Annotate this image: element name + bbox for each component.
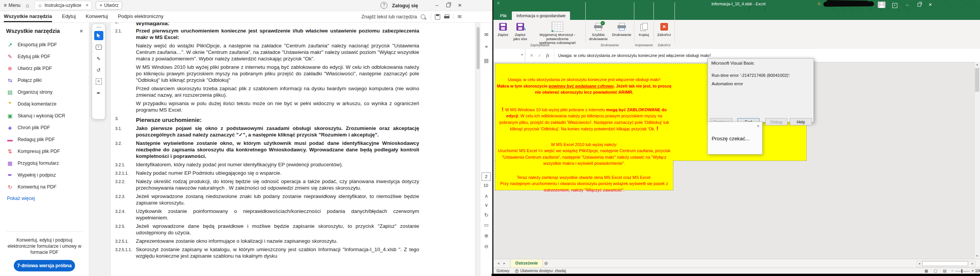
generate-workbook-button[interactable]: ◄ Wygeneruj skoroszyt - potwierdzenie sp…: [530, 21, 585, 46]
pdf-tool-item[interactable]: ✒ Wypełnij i podpisz: [0, 169, 89, 181]
zoom-level-label[interactable]: 100%: [975, 269, 980, 273]
pdf-tool-item[interactable]: ◈ Chroń plik PDF: [0, 122, 89, 133]
zoom-out-button[interactable]: −: [951, 269, 954, 273]
toolbar-tab[interactable]: Konwertuj: [86, 11, 108, 22]
help-icon[interactable]: ?: [381, 2, 387, 9]
excel-minimize-button[interactable]: –: [902, 0, 913, 9]
print-icon[interactable]: [444, 15, 449, 19]
add-comment-tool-button[interactable]: +: [94, 42, 103, 52]
show-more-link[interactable]: Pokaż więcej: [0, 193, 89, 201]
scroll-left-icon[interactable]: ◂: [917, 261, 922, 266]
help-button[interactable]: Help: [790, 118, 812, 125]
enter-icon[interactable]: ✓: [538, 53, 541, 58]
minimize-button[interactable]: –: [431, 0, 443, 10]
draw-tool-button[interactable]: ↺: [94, 65, 103, 75]
save-button[interactable]: Zapisz: [495, 21, 511, 46]
share-panel-icon[interactable]: ✉: [480, 32, 492, 37]
pencil-tool-button[interactable]: ✎: [94, 54, 103, 63]
menu-button[interactable]: ≡ Menu: [4, 3, 21, 8]
tab-informacja-o-gospodarstwie[interactable]: Informacja o gospodarstwie: [512, 11, 570, 20]
cancel-icon[interactable]: ✕: [530, 53, 533, 58]
toolbar-tab[interactable]: Wszystkie narzędzia: [4, 11, 52, 22]
excel-close-button[interactable]: ✕: [924, 0, 936, 9]
zoom-out-icon[interactable]: ⊖: [480, 244, 492, 249]
exit-button[interactable]: ✕ Zakończ: [655, 21, 674, 46]
wait-close-icon[interactable]: ×: [757, 123, 760, 129]
horizontal-scrollbar[interactable]: ◂ ▸: [916, 261, 975, 267]
ribbon-display-options-icon[interactable]: [892, 3, 897, 8]
sign-tool-button[interactable]: ✒: [94, 88, 103, 97]
panel-close-icon[interactable]: ✕: [79, 28, 83, 34]
quick-access-toolbar-icon[interactable]: ▿: [497, 1, 500, 6]
print-button[interactable]: Drukowanie: [611, 21, 633, 46]
pdf-tool-item[interactable]: ⊕ Utwórz plik PDF: [0, 62, 89, 74]
name-box-dropdown-icon[interactable]: ▾: [521, 53, 523, 57]
toolbar-tab[interactable]: Podpis elektroniczny: [118, 11, 163, 22]
pages-panel-icon[interactable]: ▤: [480, 58, 492, 63]
normal-view-icon[interactable]: ▦: [924, 269, 928, 273]
home-icon[interactable]: ⌂: [26, 2, 29, 8]
pdf-tool-item[interactable]: ▣ Skanuj i wykonaj OCR: [0, 110, 89, 122]
pdf-tool-item[interactable]: ⇆ Połącz pliki: [0, 74, 89, 86]
insert-function-icon[interactable]: fx: [546, 53, 549, 58]
debug-button[interactable]: Debug: [765, 118, 787, 125]
vertical-scrollbar[interactable]: ▴ ▾: [974, 62, 980, 259]
close-button[interactable]: ✕: [454, 0, 466, 10]
save-as-xlsx-button[interactable]: ✎ Zapisz jako xlsx: [511, 21, 529, 46]
email-icon[interactable]: ✉: [457, 14, 462, 19]
pdf-tool-item[interactable]: ✎ Edytuj plik PDF: [0, 50, 89, 62]
pdf-tool-item[interactable]: ↗ Eksportuj plik PDF: [0, 39, 89, 50]
pdf-tool-item[interactable]: ▤ Organizuj strony: [0, 86, 89, 98]
scroll-up-icon[interactable]: ▴: [975, 62, 980, 67]
name-box[interactable]: ▾: [493, 49, 525, 62]
toolbar-tab[interactable]: Edytuj: [62, 11, 76, 22]
scroll-down-icon[interactable]: ▾: [975, 253, 980, 259]
zoom-slider-thumb[interactable]: [961, 269, 962, 273]
new-sheet-icon[interactable]: ⊕: [544, 260, 548, 266]
accessibility-status[interactable]: Ułatwienia dostępu: zbadaj: [515, 269, 566, 273]
formula-bar-value[interactable]: Uwaga: w celu skorzystania ze skoroszytu…: [554, 53, 711, 58]
save-icon[interactable]: [435, 14, 440, 19]
select-tool-button[interactable]: [94, 31, 103, 40]
sheet-tab-ostrzezenie[interactable]: Ostrzeżenie: [510, 259, 543, 268]
create-button[interactable]: + Utwórz: [96, 1, 122, 10]
page-up-icon[interactable]: ∧: [480, 193, 492, 199]
page-number-input[interactable]: 2: [482, 172, 491, 181]
pdf-tool-item[interactable]: ▬ Redaguj plik PDF: [0, 133, 89, 145]
page-break-view-icon[interactable]: ▤: [943, 269, 946, 273]
scroll-right-icon[interactable]: ▸: [970, 261, 975, 266]
zoom-in-icon[interactable]: ⊕: [480, 233, 492, 239]
page-layout-view-icon[interactable]: ▢: [934, 269, 937, 273]
horizontal-scroll-thumb[interactable]: [922, 261, 968, 266]
restore-button[interactable]: [443, 0, 454, 10]
pdf-scrollbar-thumb[interactable]: [477, 27, 480, 69]
star-icon[interactable]: ☆: [38, 3, 42, 8]
sign-in-button[interactable]: Zaloguj się: [392, 3, 418, 8]
pdf-tool-item[interactable]: ▦ Przygotuj formularz: [0, 157, 89, 169]
trial-button[interactable]: 7-dniowa wersja próbna: [14, 260, 75, 271]
fit-page-icon[interactable]: ▭: [480, 222, 492, 228]
excel-restore-button[interactable]: [913, 0, 925, 9]
document-tab[interactable]: ☆ Instrukcja-uzytkowni... ×: [34, 1, 92, 10]
pdf-tool-item[interactable]: ❞ Dodaj komentarze: [0, 98, 89, 110]
pdf-tool-item[interactable]: ↻ Konwertuj na PDF: [0, 181, 89, 193]
sheet-next-icon[interactable]: ▸: [503, 261, 506, 266]
search-icon[interactable]: [421, 15, 425, 19]
quick-print-button[interactable]: ✓ Szybkie drukowanie: [587, 21, 610, 46]
vertical-scroll-thumb[interactable]: [975, 68, 979, 92]
sheet-prev-icon[interactable]: ◂: [497, 261, 500, 266]
copy-button[interactable]: Kopiuj: [635, 21, 653, 46]
zoom-slider-track[interactable]: [955, 271, 970, 271]
tab-close-icon[interactable]: ×: [86, 3, 88, 8]
page-down-icon[interactable]: ∨: [480, 202, 492, 208]
rotate-page-icon[interactable]: ↻: [480, 212, 492, 218]
zoom-in-button[interactable]: +: [972, 269, 974, 273]
pdf-tool-item[interactable]: ⇅ Kompresuj plik PDF: [0, 145, 89, 157]
text-select-tool-button[interactable]: A: [94, 77, 103, 86]
pdf-scrollbar[interactable]: [477, 23, 480, 276]
avatar[interactable]: [878, 2, 885, 8]
find-text-button[interactable]: Znajdź tekst lub narzędzia: [361, 14, 417, 19]
drag-handle[interactable]: [96, 27, 101, 28]
comments-panel-icon[interactable]: ❝: [480, 45, 492, 50]
tab-file[interactable]: Plik: [495, 11, 512, 20]
